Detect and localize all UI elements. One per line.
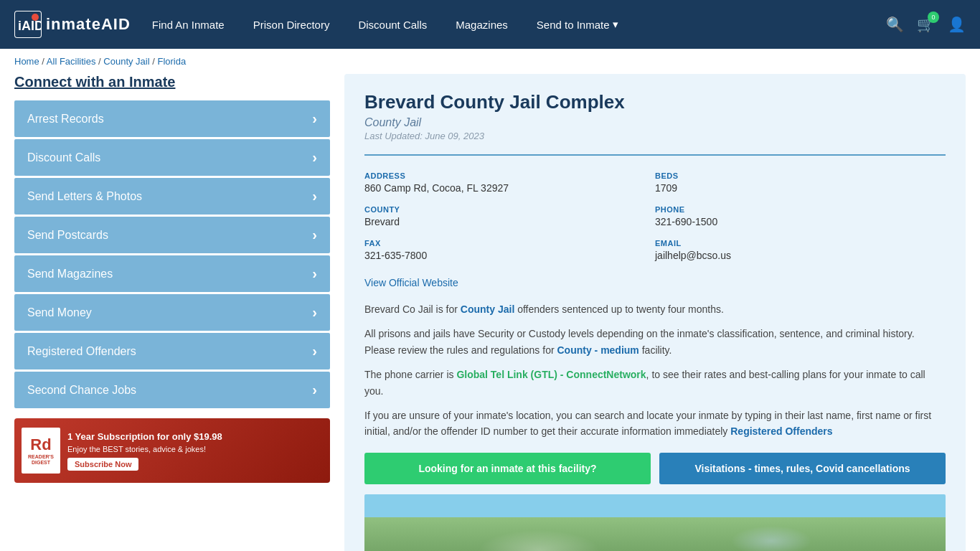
facility-card: Brevard County Jail Complex County Jail … [344, 74, 966, 551]
looking-for-inmate-button[interactable]: Looking for an inmate at this facility? [364, 453, 651, 484]
arrow-icon: › [312, 149, 317, 166]
sidebar-advertisement[interactable]: Rd READER'SDIGEST 1 Year Subscription fo… [14, 418, 330, 483]
breadcrumb-all-facilities[interactable]: All Facilities [47, 56, 96, 67]
header-icons: 🔍 🛒 0 👤 [886, 16, 966, 33]
nav-magazines[interactable]: Magazines [456, 19, 508, 31]
county-jail-link[interactable]: County Jail [461, 303, 514, 315]
sidebar-item-second-chance-jobs[interactable]: Second Chance Jobs › [14, 372, 330, 408]
facility-aerial-image [364, 494, 946, 551]
logo-text: inmateAID [46, 15, 131, 34]
info-email: EMAIL jailhelp@bcso.us [655, 233, 946, 267]
logo-icon: iAID [14, 11, 42, 38]
facility-info-grid: ADDRESS 860 Camp Rd, Cocoa, FL 32927 BED… [364, 154, 946, 267]
sidebar-item-discount-calls[interactable]: Discount Calls › [14, 139, 330, 176]
action-buttons: Looking for an inmate at this facility? … [364, 453, 946, 484]
arrow-icon: › [312, 304, 317, 321]
visitations-button[interactable]: Visitations - times, rules, Covid cancel… [659, 453, 946, 484]
breadcrumb: Home / All Facilities / County Jail / Fl… [0, 49, 980, 74]
ad-title: 1 Year Subscription for only $19.98 [67, 431, 222, 442]
info-address: ADDRESS 860 Camp Rd, Cocoa, FL 32927 [364, 166, 655, 199]
gtl-link[interactable]: Global Tel Link (GTL) - ConnectNetwork [456, 369, 646, 380]
arrow-icon: › [312, 110, 317, 127]
info-county: COUNTY Brevard [364, 199, 655, 233]
main-layout: Connect with an Inmate Arrest Records › … [0, 74, 980, 551]
breadcrumb-home[interactable]: Home [14, 56, 39, 67]
facility-description: Brevard Co Jail is for County Jail offen… [364, 301, 946, 440]
breadcrumb-county-jail[interactable]: County Jail [103, 56, 149, 67]
arrow-icon: › [312, 382, 317, 398]
info-beds: BEDS 1709 [655, 166, 946, 199]
sidebar-item-send-letters[interactable]: Send Letters & Photos › [14, 178, 330, 215]
ad-logo: Rd READER'SDIGEST [22, 428, 60, 474]
county-medium-link[interactable]: County - medium [557, 344, 639, 356]
svg-point-2 [32, 14, 39, 21]
view-official-website-link[interactable]: View Official Website [364, 277, 458, 288]
sidebar-menu: Arrest Records › Discount Calls › Send L… [14, 100, 330, 408]
ad-subtitle: Enjoy the BEST stories, advice & jokes! [67, 445, 222, 453]
main-nav: Find An Inmate Prison Directory Discount… [152, 18, 864, 31]
facility-name: Brevard County Jail Complex [364, 91, 946, 113]
nav-prison-directory[interactable]: Prison Directory [253, 19, 330, 31]
registered-offenders-link[interactable]: Registered Offenders [730, 425, 832, 437]
sidebar-item-arrest-records[interactable]: Arrest Records › [14, 100, 330, 137]
facility-type: County Jail [364, 116, 946, 129]
arrow-icon: › [312, 265, 317, 282]
sidebar: Connect with an Inmate Arrest Records › … [14, 74, 330, 551]
svg-text:iAID: iAID [18, 19, 41, 33]
ad-subscribe-button[interactable]: Subscribe Now [67, 458, 138, 471]
logo-area[interactable]: iAID inmateAID [14, 11, 131, 38]
info-phone: PHONE 321-690-1500 [655, 199, 946, 233]
nav-discount-calls[interactable]: Discount Calls [358, 19, 427, 31]
sidebar-item-send-magazines[interactable]: Send Magazines › [14, 255, 330, 292]
site-header: iAID inmateAID Find An Inmate Prison Dir… [0, 0, 980, 49]
arrow-icon: › [312, 227, 317, 243]
user-icon[interactable]: 👤 [948, 16, 966, 33]
arrow-icon: › [312, 343, 317, 359]
facility-last-updated: Last Updated: June 09, 2023 [364, 131, 946, 141]
cart-badge: 0 [928, 11, 939, 23]
nav-send-to-inmate[interactable]: Send to Inmate ▾ [537, 18, 618, 31]
nav-find-inmate[interactable]: Find An Inmate [152, 19, 225, 31]
arrow-icon: › [312, 188, 317, 204]
sidebar-item-send-postcards[interactable]: Send Postcards › [14, 217, 330, 253]
breadcrumb-state[interactable]: Florida [157, 56, 186, 67]
sidebar-item-registered-offenders[interactable]: Registered Offenders › [14, 333, 330, 369]
search-icon[interactable]: 🔍 [886, 16, 904, 33]
cart-icon[interactable]: 🛒 0 [917, 16, 935, 33]
sidebar-item-send-money[interactable]: Send Money › [14, 294, 330, 331]
connect-title: Connect with an Inmate [14, 74, 330, 90]
main-content: Brevard County Jail Complex County Jail … [344, 74, 966, 551]
info-fax: FAX 321-635-7800 [364, 233, 655, 267]
